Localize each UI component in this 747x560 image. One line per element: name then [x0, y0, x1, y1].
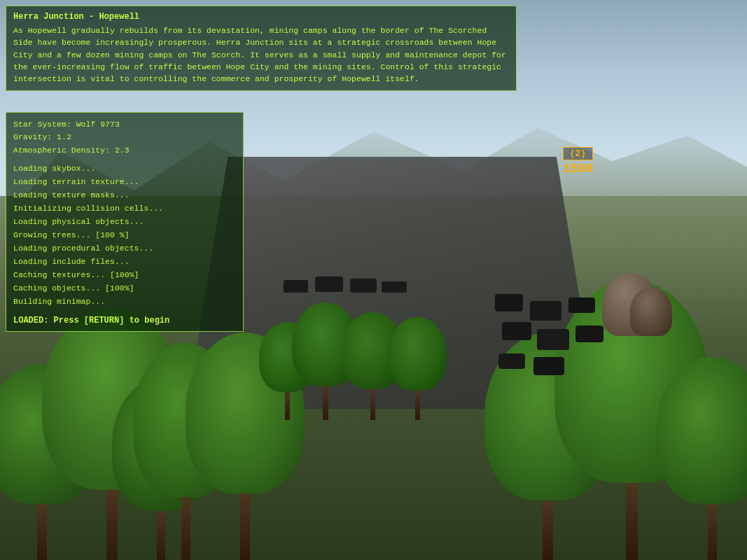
- game-background: [0, 0, 747, 560]
- road-layer: [187, 157, 598, 409]
